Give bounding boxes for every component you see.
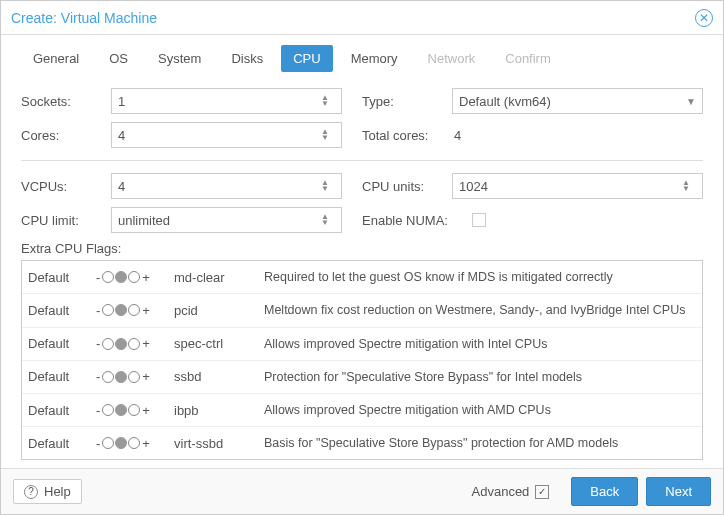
flag-desc: Allows improved Spectre mitigation with … xyxy=(264,336,696,352)
next-button[interactable]: Next xyxy=(646,477,711,506)
minus-icon: - xyxy=(96,436,100,451)
tab-system[interactable]: System xyxy=(146,45,213,72)
spinner-arrows-icon[interactable]: ▲▼ xyxy=(321,129,335,141)
sockets-label: Sockets: xyxy=(21,94,111,109)
flag-state: Default xyxy=(28,336,86,351)
minus-icon: - xyxy=(96,270,100,285)
flag-row: Default-+spec-ctrlAllows improved Spectr… xyxy=(22,328,702,361)
flag-state: Default xyxy=(28,403,86,418)
numa-checkbox[interactable] xyxy=(472,213,486,227)
advanced-checkbox[interactable]: ✓ xyxy=(535,485,549,499)
vcpus-label: VCPUs: xyxy=(21,179,111,194)
back-button[interactable]: Back xyxy=(571,477,638,506)
tab-general[interactable]: General xyxy=(21,45,91,72)
plus-icon: + xyxy=(142,336,150,351)
advanced-toggle[interactable]: Advanced ✓ xyxy=(472,484,550,499)
tab-os[interactable]: OS xyxy=(97,45,140,72)
help-icon: ? xyxy=(24,485,38,499)
plus-icon: + xyxy=(142,270,150,285)
tab-disks[interactable]: Disks xyxy=(219,45,275,72)
flag-toggle[interactable]: -+ xyxy=(96,336,164,351)
flag-name: virt-ssbd xyxy=(174,436,254,451)
cores-input[interactable]: 4 ▲▼ xyxy=(111,122,342,148)
flag-name: ssbd xyxy=(174,369,254,384)
flag-desc: Protection for "Speculative Store Bypass… xyxy=(264,369,696,385)
plus-icon: + xyxy=(142,303,150,318)
dialog-title: Create: Virtual Machine xyxy=(11,10,157,26)
flag-desc: Allows improved Spectre mitigation with … xyxy=(264,402,696,418)
spinner-arrows-icon[interactable]: ▲▼ xyxy=(321,214,335,226)
cpuunits-label: CPU units: xyxy=(362,179,452,194)
flag-desc: Required to let the guest OS know if MDS… xyxy=(264,269,696,285)
flags-scroll[interactable]: Default-+md-clearRequired to let the gue… xyxy=(22,261,702,459)
cpulimit-label: CPU limit: xyxy=(21,213,111,228)
flag-name: pcid xyxy=(174,303,254,318)
close-icon[interactable]: ✕ xyxy=(695,9,713,27)
cpulimit-input[interactable]: unlimited ▲▼ xyxy=(111,207,342,233)
type-select[interactable]: Default (kvm64) ▼ xyxy=(452,88,703,114)
flags-panel: Default-+md-clearRequired to let the gue… xyxy=(21,260,703,460)
flag-name: spec-ctrl xyxy=(174,336,254,351)
minus-icon: - xyxy=(96,336,100,351)
minus-icon: - xyxy=(96,303,100,318)
cores-label: Cores: xyxy=(21,128,111,143)
minus-icon: - xyxy=(96,369,100,384)
tab-strip: GeneralOSSystemDisksCPUMemoryNetworkConf… xyxy=(1,35,723,72)
flag-toggle[interactable]: -+ xyxy=(96,303,164,318)
flag-toggle[interactable]: -+ xyxy=(96,403,164,418)
flag-name: ibpb xyxy=(174,403,254,418)
flag-name: md-clear xyxy=(174,270,254,285)
tab-confirm: Confirm xyxy=(493,45,563,72)
plus-icon: + xyxy=(142,436,150,451)
totalcores-label: Total cores: xyxy=(362,128,452,143)
flag-toggle[interactable]: -+ xyxy=(96,436,164,451)
flags-heading: Extra CPU Flags: xyxy=(21,241,703,256)
flag-row: Default-+ibpbAllows improved Spectre mit… xyxy=(22,394,702,427)
plus-icon: + xyxy=(142,369,150,384)
flag-toggle[interactable]: -+ xyxy=(96,270,164,285)
type-label: Type: xyxy=(362,94,452,109)
flag-row: Default-+virt-ssbdBasis for "Speculative… xyxy=(22,427,702,459)
spinner-arrows-icon[interactable]: ▲▼ xyxy=(321,180,335,192)
flag-state: Default xyxy=(28,303,86,318)
sockets-input[interactable]: 1 ▲▼ xyxy=(111,88,342,114)
totalcores-value: 4 xyxy=(452,128,703,143)
flag-toggle[interactable]: -+ xyxy=(96,369,164,384)
tab-memory[interactable]: Memory xyxy=(339,45,410,72)
chevron-down-icon: ▼ xyxy=(686,96,696,107)
flag-row: Default-+pcidMeltdown fix cost reduction… xyxy=(22,294,702,327)
dialog-create-vm: Create: Virtual Machine ✕ GeneralOSSyste… xyxy=(0,0,724,515)
minus-icon: - xyxy=(96,403,100,418)
flag-desc: Meltdown fix cost reduction on Westmere,… xyxy=(264,302,696,318)
cpuunits-input[interactable]: 1024 ▲▼ xyxy=(452,173,703,199)
divider xyxy=(21,160,703,161)
help-button[interactable]: ? Help xyxy=(13,479,82,504)
titlebar: Create: Virtual Machine ✕ xyxy=(1,1,723,35)
numa-label: Enable NUMA: xyxy=(362,213,472,228)
tab-network: Network xyxy=(416,45,488,72)
tab-content-cpu: Sockets: 1 ▲▼ Type: Default (kvm64) ▼ Co… xyxy=(1,72,723,464)
vcpus-input[interactable]: 4 ▲▼ xyxy=(111,173,342,199)
flag-state: Default xyxy=(28,270,86,285)
spinner-arrows-icon[interactable]: ▲▼ xyxy=(682,180,696,192)
flag-state: Default xyxy=(28,369,86,384)
flag-state: Default xyxy=(28,436,86,451)
flag-row: Default-+md-clearRequired to let the gue… xyxy=(22,261,702,294)
tab-cpu[interactable]: CPU xyxy=(281,45,332,72)
plus-icon: + xyxy=(142,403,150,418)
spinner-arrows-icon[interactable]: ▲▼ xyxy=(321,95,335,107)
footer: ? Help Advanced ✓ Back Next xyxy=(1,468,723,514)
flag-row: Default-+ssbdProtection for "Speculative… xyxy=(22,361,702,394)
flag-desc: Basis for "Speculative Store Bypass" pro… xyxy=(264,435,696,451)
